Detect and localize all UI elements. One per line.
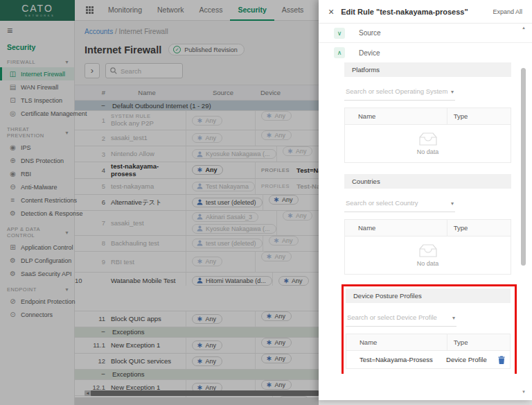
section-source[interactable]: ∨ Source <box>319 24 532 43</box>
section-device[interactable]: ∧ Device <box>319 43 532 62</box>
device-profile-select[interactable]: Search or select Device Profile▾ <box>346 313 456 327</box>
scroll-down-icon[interactable]: ▾ <box>521 389 526 395</box>
scrollbar-thumb[interactable] <box>521 68 526 266</box>
empty-state: No data <box>345 236 511 274</box>
col-type: Type <box>447 108 511 124</box>
caret-down-icon: ▾ <box>452 315 455 321</box>
col-type: Type <box>447 220 511 236</box>
chevron-down-icon[interactable]: ∨ <box>334 28 345 39</box>
empty-box-icon <box>418 243 438 258</box>
close-icon[interactable]: × <box>328 6 334 17</box>
caret-down-icon: ▾ <box>451 200 454 207</box>
panel-header: × Edit Rule "test-nakayama-prosess" Expa… <box>319 0 532 24</box>
expand-all-link[interactable]: Expand All <box>493 8 522 15</box>
section-label: Device <box>359 49 380 57</box>
caret-down-icon: ▾ <box>451 89 454 95</box>
empty-state: No data <box>345 125 511 162</box>
col-name: Name <box>346 338 447 346</box>
no-data-label: No data <box>417 260 439 267</box>
select-placeholder: Search or select Country <box>346 199 418 207</box>
device-posture-table: NameType Test=Nakayama-Prosess Device Pr… <box>346 334 511 369</box>
country-select[interactable]: Search or select Country▾ <box>344 199 455 212</box>
device-posture-block: Device Posture Profiles Search or select… <box>346 288 511 369</box>
countries-header: Countries <box>344 174 511 189</box>
trash-icon[interactable] <box>498 356 505 364</box>
device-posture-header: Device Posture Profiles <box>346 288 511 303</box>
panel-scrollbar[interactable]: ▴ ▾ <box>521 28 526 393</box>
select-placeholder: Search or select Operating System <box>346 87 447 95</box>
empty-box-icon <box>418 132 438 146</box>
platforms-block: Platforms Search or select Operating Sys… <box>344 62 511 163</box>
panel-title: Edit Rule "test-nakayama-prosess" <box>341 8 468 16</box>
section-label: Source <box>359 29 381 37</box>
col-name: Name <box>345 224 447 232</box>
profile-type: Device Profile <box>440 356 498 363</box>
chevron-up-icon[interactable]: ∧ <box>334 47 345 58</box>
select-placeholder: Search or select Device Profile <box>347 313 437 321</box>
highlight-red-box: Device Posture Profiles Search or select… <box>342 284 517 374</box>
operating-system-select[interactable]: Search or select Operating System▾ <box>344 87 455 101</box>
profile-row: Test=Nakayama-Prosess Device Profile <box>346 351 510 368</box>
platforms-header: Platforms <box>344 62 511 77</box>
countries-block: Countries Search or select Country▾ Name… <box>344 174 511 275</box>
app-root: CATO NETWORKS Monitoring Network Access … <box>0 0 532 405</box>
platforms-table: NameType No data <box>344 107 511 163</box>
no-data-label: No data <box>417 148 439 155</box>
col-name: Name <box>345 112 447 120</box>
panel-body: ∨ Source ∧ Device Platforms Search or se… <box>319 24 532 374</box>
countries-table: NameType No data <box>344 219 511 275</box>
edit-rule-panel: × Edit Rule "test-nakayama-prosess" Expa… <box>319 0 532 400</box>
col-type: Type <box>447 334 510 350</box>
profile-name: Test=Nakayama-Prosess <box>346 356 440 363</box>
modal-dim-overlay <box>0 0 319 405</box>
scroll-up-icon[interactable]: ▴ <box>521 25 526 31</box>
